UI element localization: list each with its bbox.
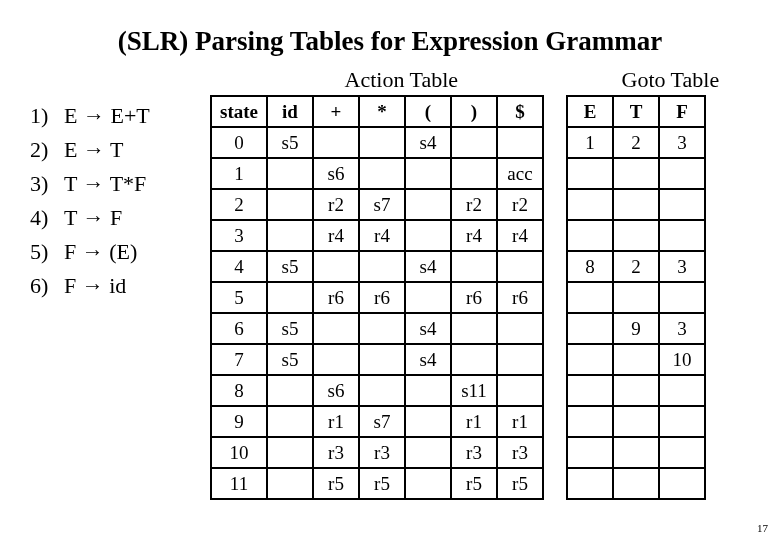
action-cell [451, 313, 497, 344]
action-cell [359, 313, 405, 344]
goto-cell: 9 [613, 313, 659, 344]
goto-cell: 1 [567, 127, 613, 158]
table-row: 10r3r3r3r3 [211, 437, 705, 468]
action-cell [267, 220, 313, 251]
action-cell: r3 [313, 437, 359, 468]
action-cell: r5 [497, 468, 543, 499]
goto-cell [567, 158, 613, 189]
table-row: 11r5r5r5r5 [211, 468, 705, 499]
gap-cell [543, 158, 567, 189]
state-cell: 6 [211, 313, 267, 344]
action-cell: r3 [359, 437, 405, 468]
goto-cell [613, 189, 659, 220]
rule-body: F → id [64, 269, 126, 303]
goto-cell [659, 375, 705, 406]
gap-cell [543, 251, 567, 282]
action-cell: r3 [451, 437, 497, 468]
goto-cell: 10 [659, 344, 705, 375]
col-lparen: ( [405, 96, 451, 127]
action-cell [497, 375, 543, 406]
action-cell [405, 437, 451, 468]
gap-cell [543, 282, 567, 313]
action-cell: r4 [359, 220, 405, 251]
goto-cell: 2 [613, 251, 659, 282]
gap-cell [543, 189, 567, 220]
action-cell [359, 127, 405, 158]
action-cell: r6 [497, 282, 543, 313]
gap-cell [543, 313, 567, 344]
goto-cell: 3 [659, 251, 705, 282]
goto-cell: 3 [659, 127, 705, 158]
table-row: 8s6s11 [211, 375, 705, 406]
action-cell: s6 [313, 158, 359, 189]
action-cell: s5 [267, 344, 313, 375]
gap-cell [543, 375, 567, 406]
col-plus: + [313, 96, 359, 127]
table-row: 4s5s4823 [211, 251, 705, 282]
action-cell [497, 251, 543, 282]
action-cell [451, 127, 497, 158]
action-cell [497, 344, 543, 375]
col-dollar: $ [497, 96, 543, 127]
action-cell [405, 189, 451, 220]
col-E: E [567, 96, 613, 127]
goto-cell [613, 220, 659, 251]
gap-cell [543, 437, 567, 468]
state-cell: 5 [211, 282, 267, 313]
goto-cell [659, 220, 705, 251]
action-cell: r6 [451, 282, 497, 313]
action-cell [359, 375, 405, 406]
goto-cell [567, 189, 613, 220]
action-cell [359, 158, 405, 189]
gap-cell [543, 468, 567, 499]
rule-number: 1) [30, 99, 64, 133]
gap-cell [543, 344, 567, 375]
action-cell: r6 [313, 282, 359, 313]
state-cell: 9 [211, 406, 267, 437]
grammar-rule: 6)F → id [30, 269, 210, 303]
goto-cell [613, 375, 659, 406]
rule-number: 6) [30, 269, 64, 303]
goto-cell [613, 158, 659, 189]
action-cell: r4 [451, 220, 497, 251]
action-cell: r3 [497, 437, 543, 468]
table-row: 2r2s7r2r2 [211, 189, 705, 220]
gap-cell [543, 127, 567, 158]
action-cell: r4 [313, 220, 359, 251]
state-cell: 7 [211, 344, 267, 375]
state-cell: 0 [211, 127, 267, 158]
goto-table-heading: Goto Table [591, 67, 750, 93]
state-cell: 11 [211, 468, 267, 499]
action-cell [267, 282, 313, 313]
rule-number: 4) [30, 201, 64, 235]
action-cell: r1 [451, 406, 497, 437]
goto-cell [659, 282, 705, 313]
table-row: 1s6acc [211, 158, 705, 189]
action-cell [267, 158, 313, 189]
action-cell: r2 [451, 189, 497, 220]
action-cell [267, 406, 313, 437]
action-cell: r5 [359, 468, 405, 499]
goto-cell [567, 313, 613, 344]
table-row: 6s5s493 [211, 313, 705, 344]
goto-cell: 2 [613, 127, 659, 158]
action-cell: r2 [497, 189, 543, 220]
grammar-rule: 3)T → T*F [30, 167, 210, 201]
goto-cell [659, 189, 705, 220]
action-cell [405, 406, 451, 437]
goto-cell: 8 [567, 251, 613, 282]
col-star: * [359, 96, 405, 127]
page-title: (SLR) Parsing Tables for Expression Gram… [30, 26, 750, 57]
action-table-heading: Action Table [242, 67, 561, 93]
action-cell [451, 158, 497, 189]
rule-body: T → T*F [64, 167, 146, 201]
action-cell: s4 [405, 251, 451, 282]
action-cell [405, 282, 451, 313]
action-cell [313, 344, 359, 375]
col-state: state [211, 96, 267, 127]
action-cell [405, 158, 451, 189]
action-cell [497, 313, 543, 344]
rule-body: E → E+T [64, 99, 150, 133]
rule-number: 2) [30, 133, 64, 167]
action-cell: acc [497, 158, 543, 189]
